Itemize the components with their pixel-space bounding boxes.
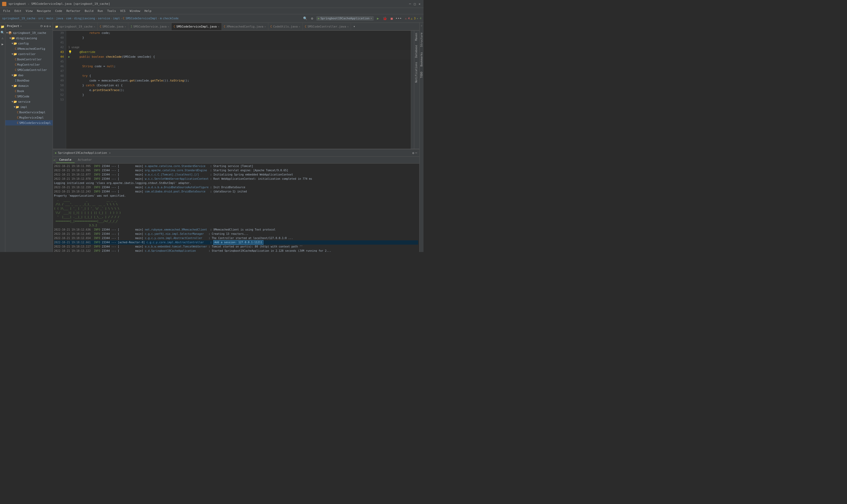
problems-indicator: ⚠ 4 △ 3 ✦ 4 — [405, 17, 421, 20]
code-line-41 — [67, 40, 411, 45]
tree-item-service[interactable]: ▼ 📂 service — [5, 99, 53, 104]
breadcrumb-com[interactable]: com — [66, 17, 71, 20]
window-title: springboot - SMSCodeServiceImpl.java [sp… — [8, 2, 110, 5]
breadcrumb-main[interactable]: main — [46, 17, 53, 20]
code-line-39: return code; — [67, 31, 411, 35]
hide-icon[interactable]: ✕ — [49, 24, 51, 28]
breadcrumb-src[interactable]: src — [38, 17, 43, 20]
actuator-tab[interactable]: Actuator — [75, 157, 95, 163]
tree-item-bookcontroller[interactable]: C BookController — [5, 57, 53, 62]
tab-smscodeserviceimpl-java[interactable]: C SMSCodeServiceImpl.java ✕ — [172, 23, 221, 30]
menu-navigate[interactable]: Navigate — [35, 9, 53, 13]
todo-label[interactable]: TODO — [420, 72, 423, 78]
maximize-btn[interactable]: □ — [413, 2, 417, 6]
run-config-selector[interactable]: ▶ Springboot19CacheApplication ▾ — [316, 16, 374, 21]
tab-smscodecontroller-java[interactable]: C SMSCodeController.java ✕ — [303, 23, 351, 30]
app-icon — [2, 2, 6, 6]
tree-item-smscode[interactable]: C SMSCode — [5, 94, 53, 99]
search-everywhere-btn[interactable]: 🔍 — [303, 16, 308, 21]
database-panel-label[interactable]: Database — [414, 43, 419, 60]
run-debug-icon[interactable]: ▶ — [2, 41, 3, 47]
tab-smscode-java[interactable]: C SMSCode.java ✕ — [98, 23, 129, 30]
tree-item-xmemcachedconfig[interactable]: C XMemcachedConfig — [5, 46, 53, 51]
minimize-btn[interactable]: ─ — [408, 2, 412, 6]
panel-controls: ⚙ ─ — [412, 151, 417, 155]
line-48: 48 — [53, 74, 64, 78]
tree-item-impl[interactable]: ▼ 📂 impl — [5, 104, 53, 110]
sync-icon[interactable]: ⟳ — [40, 24, 43, 28]
tree-item-root[interactable]: ▼ 📦 springboot_19_cache — [5, 30, 53, 35]
menu-tools[interactable]: Tools — [105, 9, 118, 13]
tree-item-bookserviceimpl[interactable]: C BookServiceImpl — [5, 110, 53, 115]
menu-window[interactable]: Window — [128, 9, 142, 13]
menu-build[interactable]: Build — [83, 9, 95, 13]
line-53: 53 — [53, 97, 64, 102]
breadcrumb-project[interactable]: springboot_19_cache — [2, 17, 35, 20]
menu-help[interactable]: Help — [142, 9, 154, 13]
menu-edit[interactable]: Edit — [13, 9, 24, 13]
tree-item-smscodecontroller[interactable]: C SMSCodeController — [5, 67, 53, 73]
spring-ascii-1: . ____ _ __ _ _ — [54, 198, 418, 202]
panel-settings-btn[interactable]: ⚙ — [412, 151, 414, 155]
maven-panel-label[interactable]: Maven — [414, 31, 419, 43]
notifications-panel-label[interactable]: Notifications — [414, 60, 419, 85]
menu-file[interactable]: File — [1, 9, 13, 13]
breadcrumb-classname[interactable]: SMSCodeServiceImpl — [126, 17, 157, 20]
tree-item-bookdao[interactable]: I BookDao — [5, 78, 53, 83]
debug-btn[interactable]: 🐞 — [382, 16, 388, 21]
settings-panel-icon[interactable]: ⚙ — [47, 24, 49, 28]
tree-item-dingjiaxiong[interactable]: ▼ 📂 dingjiaxiong — [5, 35, 53, 41]
breadcrumb-dingjiaxiong[interactable]: dingjiaxiong — [74, 17, 95, 20]
run-btn[interactable]: ▶ — [375, 16, 381, 21]
find-icon[interactable]: 🔍 — [1, 30, 4, 35]
tab-more-btn[interactable]: ▾ — [351, 23, 357, 30]
tab-xmemcachedconfig-java[interactable]: C XMemcachedConfig.java ✕ — [222, 23, 268, 30]
breadcrumb-java[interactable]: java — [56, 17, 63, 20]
tree-item-msgcontroller[interactable]: C MsgController — [5, 62, 53, 67]
menu-run[interactable]: Run — [95, 9, 105, 13]
close-btn[interactable]: ✕ — [418, 2, 421, 6]
window-controls: ─ □ ✕ — [408, 2, 421, 6]
line-52: 52 — [53, 93, 64, 97]
console-tab[interactable]: Console — [56, 157, 75, 163]
tab-codeutils-java[interactable]: C CodeUtils.java ✕ — [268, 23, 303, 30]
line-44: 44 — [53, 55, 64, 59]
editor-wrapper: 📁 springboot_19_cache ✕ C SMSCode.java ✕… — [53, 23, 419, 252]
collapse-icon[interactable]: ≡ — [44, 24, 46, 28]
project-icon[interactable]: 📁 — [1, 24, 4, 30]
tree-item-config[interactable]: ▼ 📂 config — [5, 41, 53, 46]
tree-item-domain[interactable]: ▼ 📂 domain — [5, 83, 53, 88]
breadcrumb-impl[interactable]: impl — [113, 17, 120, 20]
menu-refactor[interactable]: Refactor — [64, 9, 83, 13]
menu-vcs[interactable]: VCS — [118, 9, 128, 13]
right-panels: Maven Database Notifications — [414, 31, 419, 149]
tab-smscodeservice-java[interactable]: I SMSCodeService.java ✕ — [128, 23, 172, 30]
breadcrumb-service[interactable]: service — [98, 17, 110, 20]
code-line-48: try { — [67, 74, 411, 78]
console-output[interactable]: 2022-10-21 19:18:11.995 INFO 23344 --- [… — [53, 164, 419, 252]
tab-bar: 📁 springboot_19_cache ✕ C SMSCode.java ✕… — [53, 23, 419, 31]
editor-content[interactable]: 39 40 41 42 43 44 45 46 47 48 49 50 51 5… — [53, 31, 419, 149]
structure-label[interactable]: Structure — [420, 33, 423, 47]
log-line-3: 2022-10-21 19:18:12.077 INFO 23344 --- [… — [54, 173, 418, 177]
breadcrumb-method[interactable]: checkCode — [163, 17, 179, 20]
tree-item-smscodeserviceimpl[interactable]: C SMSCodeServiceImpl — [5, 120, 53, 125]
bookmarks-label[interactable]: Bookmarks — [420, 52, 423, 67]
panel-minimize-btn[interactable]: ─ — [415, 151, 417, 155]
tree-item-controller[interactable]: ▼ 📂 controller — [5, 51, 53, 57]
code-editor[interactable]: return code; } 1 usage — [66, 31, 411, 149]
menu-view[interactable]: View — [23, 9, 35, 13]
vcs-icon[interactable]: ⑃ — [2, 35, 3, 41]
toolbar-more[interactable]: ••• — [396, 16, 401, 21]
toolbar-right: 🔍 ⚙ ▶ Springboot19CacheApplication ▾ ▶ 🐞… — [303, 16, 421, 21]
line-45: 45 — [53, 59, 64, 64]
tree-item-book[interactable]: C Book — [5, 88, 53, 94]
tree-item-dao[interactable]: ▼ 📂 dao — [5, 73, 53, 78]
menu-code[interactable]: Code — [53, 9, 64, 13]
tab-springboot-project[interactable]: 📁 springboot_19_cache ✕ — [53, 23, 98, 30]
tree-item-msgserviceimpl[interactable]: C MsgServiceImpl — [5, 115, 53, 120]
stop-btn[interactable]: ■ — [389, 16, 394, 21]
settings-btn[interactable]: ⚙ — [309, 16, 315, 21]
bookmark-icon[interactable]: ☆ — [420, 24, 422, 27]
console-restart-icon[interactable]: ↺ — [53, 158, 55, 162]
